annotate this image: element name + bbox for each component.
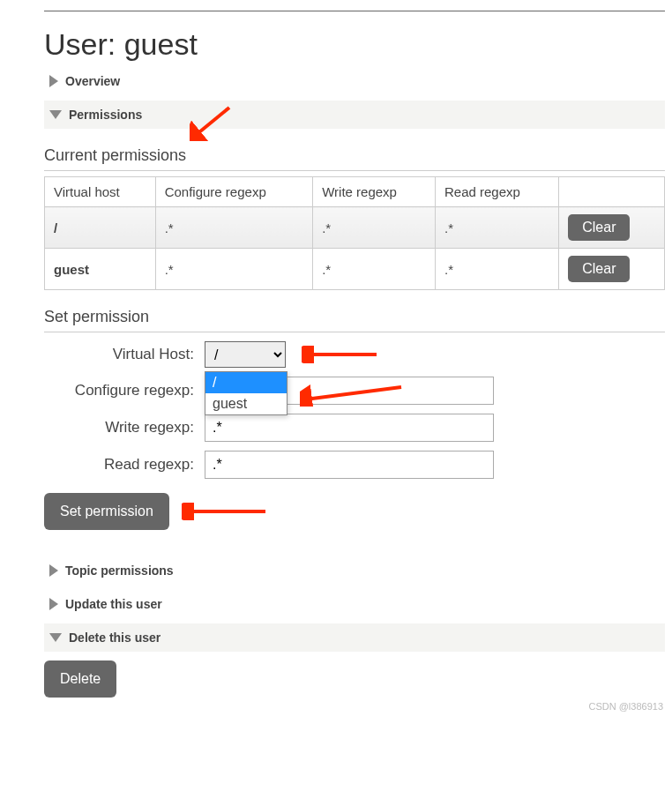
section-permissions-label: Permissions [69, 108, 142, 122]
set-permission-button[interactable]: Set permission [44, 493, 169, 530]
permissions-table: Virtual host Configure regexp Write rege… [44, 176, 665, 290]
delete-button[interactable]: Delete [44, 660, 116, 698]
chevron-down-icon [49, 633, 62, 642]
cell-vhost: / [45, 207, 156, 249]
cell-action: Clear [559, 207, 665, 249]
vhost-dropdown-list[interactable]: / guest [205, 371, 287, 415]
cell-configure: .* [155, 207, 313, 249]
cell-configure: .* [155, 249, 313, 290]
cell-write: .* [313, 207, 436, 249]
section-overview-label: Overview [65, 74, 120, 88]
section-update-user[interactable]: Update this user [44, 590, 665, 618]
chevron-down-icon [49, 110, 62, 119]
read-input[interactable] [205, 451, 494, 479]
table-header-row: Virtual host Configure regexp Write rege… [45, 177, 665, 207]
page-title: User: guest [44, 27, 665, 62]
cell-read: .* [435, 249, 558, 290]
vhost-select[interactable]: / [205, 341, 286, 368]
configure-label: Configure regexp: [44, 382, 205, 399]
table-row: / .* .* .* Clear [45, 207, 665, 249]
vhost-option[interactable]: guest [205, 393, 287, 414]
cell-read: .* [435, 207, 558, 249]
watermark: CSDN @l386913 [588, 701, 663, 712]
cell-write: .* [313, 249, 436, 290]
read-label: Read regexp: [44, 456, 205, 474]
clear-button[interactable]: Clear [568, 256, 630, 282]
chevron-right-icon [49, 598, 58, 610]
annotation-arrow [302, 346, 381, 363]
col-vhost: Virtual host [45, 177, 156, 207]
col-write: Write regexp [313, 177, 436, 207]
set-permission-form: Virtual Host: / / guest Configure regexp… [44, 341, 665, 530]
table-row: guest .* .* .* Clear [45, 249, 665, 290]
vhost-option[interactable]: / [205, 372, 287, 393]
cell-vhost: guest [45, 249, 156, 290]
title-value: guest [124, 27, 198, 61]
write-input[interactable] [205, 414, 494, 442]
cell-action: Clear [559, 249, 665, 290]
chevron-right-icon [49, 75, 58, 87]
section-topic-permissions[interactable]: Topic permissions [44, 556, 665, 585]
vhost-label: Virtual Host: [44, 346, 205, 363]
chevron-right-icon [49, 564, 58, 577]
section-delete-user-label: Delete this user [69, 631, 161, 645]
clear-button[interactable]: Clear [568, 214, 630, 241]
write-label: Write regexp: [44, 419, 205, 437]
annotation-arrow [182, 503, 270, 520]
set-permission-heading: Set permission [44, 308, 665, 332]
title-prefix: User: [44, 27, 116, 61]
section-delete-user[interactable]: Delete this user [44, 623, 665, 652]
section-overview[interactable]: Overview [44, 67, 665, 95]
current-permissions-heading: Current permissions [44, 146, 665, 171]
col-configure: Configure regexp [155, 177, 313, 207]
section-topic-permissions-label: Topic permissions [65, 563, 174, 578]
col-read: Read regexp [435, 177, 558, 207]
section-permissions[interactable]: Permissions [44, 101, 665, 129]
col-actions [559, 177, 665, 207]
section-update-user-label: Update this user [65, 597, 162, 611]
